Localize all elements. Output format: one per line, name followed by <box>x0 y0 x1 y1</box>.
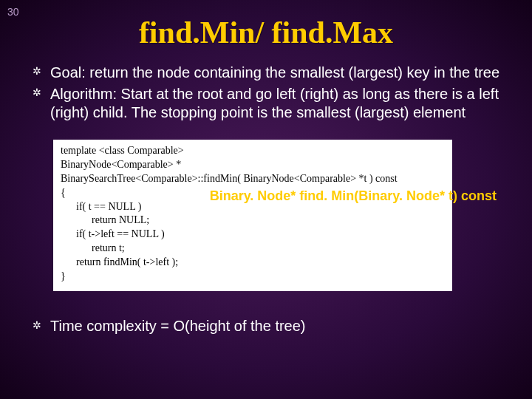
slide-title: find.Min/ find.Max <box>0 15 532 50</box>
code-line: return findMin( t->left ); <box>61 256 178 267</box>
code-line: BinaryNode<Comparable> * <box>61 159 181 170</box>
code-line: return t; <box>61 242 125 253</box>
code-line: if( t->left == NULL ) <box>61 228 165 239</box>
bullet-item: Time complexity = O(height of the tree) <box>35 318 511 335</box>
code-line: { <box>61 187 66 198</box>
code-line: BinarySearchTree<Comparable>::findMin( B… <box>61 173 398 184</box>
bullet-item: Goal: return the node containing the sma… <box>35 64 511 82</box>
code-line: template <class Comparable> <box>61 145 184 156</box>
bottom-bullet-list: Time complexity = O(height of the tree) <box>0 318 532 335</box>
slide-number: 30 <box>7 6 19 18</box>
code-annotation: Binary. Node* find. Min(Binary. Node* t)… <box>210 188 497 204</box>
bullet-item: Algorithm: Start at the root and go left… <box>35 85 511 122</box>
code-box: template <class Comparable> BinaryNode<C… <box>53 140 452 291</box>
code-line: return NULL; <box>61 214 149 225</box>
code-area: template <class Comparable> BinaryNode<C… <box>53 140 452 291</box>
code-line: } <box>61 270 66 282</box>
bullet-list: Goal: return the node containing the sma… <box>0 64 532 122</box>
code-line: if( t == NULL ) <box>61 201 141 212</box>
